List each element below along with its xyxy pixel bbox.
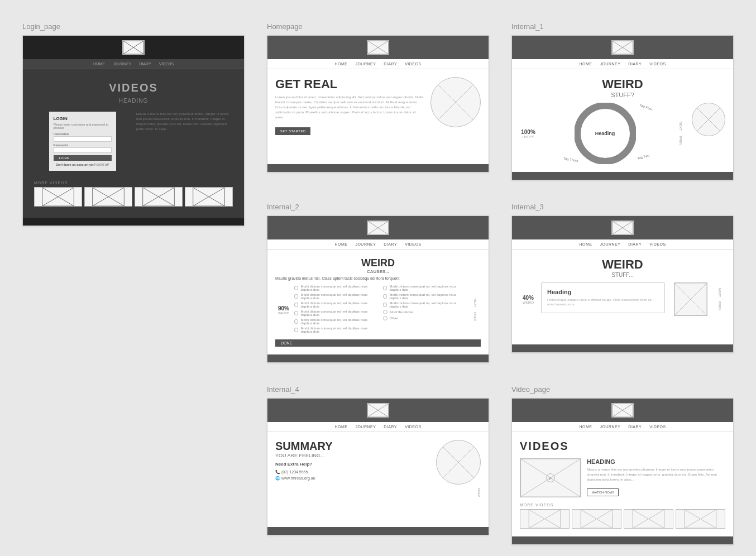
- internal2-done-button[interactable]: DONE: [275, 339, 481, 347]
- homepage-logo: [367, 40, 389, 55]
- internal2-next[interactable]: NEXT: [473, 299, 477, 308]
- nav-home[interactable]: HOME: [579, 242, 592, 246]
- nav-diary[interactable]: DIARY: [628, 242, 642, 246]
- nav-videos[interactable]: VIDEOS: [649, 62, 666, 66]
- option-radio[interactable]: [294, 311, 298, 315]
- internal1-subtitle: STUFF?: [520, 92, 725, 98]
- option-radio[interactable]: [294, 303, 298, 307]
- homepage-body: GET REAL Lorem ipsum dolor sit amet, con…: [267, 69, 489, 164]
- internal1-next[interactable]: NEXT: [679, 122, 682, 131]
- homepage-body-text: Lorem ipsum dolor sit amet, consectetur …: [275, 95, 425, 120]
- internal3-image: [674, 282, 707, 316]
- login-heading: HEADING: [28, 98, 238, 104]
- internal1-donut-center: Heading: [595, 131, 615, 136]
- option-radio[interactable]: [294, 294, 298, 299]
- username-input[interactable]: [54, 136, 112, 142]
- internal2-percent: 90%: [278, 305, 289, 311]
- option-radio[interactable]: [294, 319, 298, 324]
- nav-diary[interactable]: DIARY: [628, 62, 642, 66]
- internal4-section: Internal_4 HOME JOURNEY DIARY VIDEOS SUM…: [267, 385, 489, 545]
- internal3-form-text: Pellentesque congue nunc a efficitur feu…: [547, 298, 659, 307]
- internal3-prev[interactable]: PREV: [718, 301, 721, 310]
- nav-journey[interactable]: JOURNEY: [355, 242, 376, 246]
- empty-cell: [22, 385, 245, 545]
- nav-videos[interactable]: VIDEOS: [649, 242, 666, 246]
- nav-diary[interactable]: DIARY: [139, 62, 151, 66]
- login-video-thumb-3: [135, 187, 183, 207]
- option-radio[interactable]: [383, 286, 387, 290]
- internal2-prev[interactable]: PREV: [473, 312, 477, 321]
- login-video-thumb-1: [34, 187, 82, 207]
- nav-videos[interactable]: VIDEOS: [405, 425, 421, 429]
- nav-journey[interactable]: JOURNEY: [113, 62, 131, 66]
- internal4-phone: 📞 (07) 1234 5555: [275, 470, 430, 474]
- nav-diary[interactable]: DIARY: [384, 242, 397, 246]
- option-radio[interactable]: [294, 286, 298, 290]
- nav-videos[interactable]: VIDEOS: [405, 62, 421, 66]
- nav-diary[interactable]: DIARY: [384, 62, 397, 66]
- nav-videos[interactable]: VIDEOS: [649, 425, 666, 429]
- nav-journey[interactable]: JOURNEY: [600, 425, 620, 429]
- internal3-next[interactable]: NEXT: [718, 288, 721, 297]
- nav-diary[interactable]: DIARY: [628, 425, 642, 429]
- internal1-prev[interactable]: PREV: [679, 136, 682, 145]
- homepage-section: Homepage HOME JOURNEY DIARY VIDEOS GET R…: [267, 22, 489, 180]
- password-input[interactable]: [54, 147, 112, 153]
- internal3-form-heading: Heading: [547, 289, 659, 295]
- nav-videos[interactable]: VIDEOS: [159, 62, 174, 66]
- login-box-title: LOGIN: [54, 116, 112, 121]
- option-radio[interactable]: [383, 294, 387, 299]
- internal2-percent-label: WEIRD: [278, 311, 289, 315]
- video-main-thumb: ▶: [520, 458, 581, 497]
- video-heading: HEADING: [587, 458, 725, 465]
- nav-journey[interactable]: JOURNEY: [355, 62, 376, 66]
- internal3-label: Internal_3: [511, 203, 734, 211]
- nav-home[interactable]: HOME: [334, 242, 347, 246]
- login-more-videos: MORE VIDEOS: [28, 181, 238, 212]
- video-page-logo: [611, 403, 634, 418]
- internal4-website: 🌐 www.rthread.org.au: [275, 476, 430, 481]
- internal4-logo: [367, 403, 389, 418]
- signup-link[interactable]: SIGN UP: [97, 163, 109, 166]
- nav-videos[interactable]: VIDEOS: [405, 242, 421, 246]
- login-more-videos-label: MORE VIDEOS: [34, 181, 233, 185]
- internal1-body: WEIRD STUFF? 100% HAPPY: [512, 69, 733, 172]
- nav-journey[interactable]: JOURNEY: [355, 425, 376, 429]
- play-icon[interactable]: ▶: [546, 473, 555, 482]
- video-desc: Mauris a metus felis est non gravida pha…: [587, 467, 725, 482]
- login-page-footer: [23, 218, 244, 226]
- nav-home[interactable]: HOME: [334, 425, 347, 429]
- nav-journey[interactable]: JOURNEY: [600, 62, 620, 66]
- internal1-header: [512, 36, 733, 59]
- video-page-title: VIDEOS: [520, 440, 725, 453]
- video-page-label: Video_page: [511, 385, 734, 394]
- nav-home[interactable]: HOME: [93, 62, 105, 66]
- internal3-card: HOME JOURNEY DIARY VIDEOS WEIRD STUFF...…: [511, 215, 734, 353]
- internal1-nav: HOME JOURNEY DIARY VIDEOS: [512, 59, 733, 69]
- internal2-options-col2: Morbi dictum consequat mi, vel dapibus r…: [383, 285, 467, 335]
- video-page-header: [512, 399, 733, 422]
- video-thumb-1: [520, 509, 570, 529]
- login-side-text: Mauris a metus felis est non gravida pha…: [136, 112, 233, 132]
- internal4-prev[interactable]: PREV: [477, 488, 481, 497]
- internal2-subtitle: CAUSES...: [275, 269, 481, 274]
- internal3-percent-label: WEIRD: [523, 301, 534, 304]
- option-radio[interactable]: [294, 328, 298, 332]
- login-page-section: Login_page HOME JOURNEY DIARY VIDEOS VID…: [22, 22, 245, 363]
- option-radio-all[interactable]: [383, 310, 387, 314]
- internal3-section: Internal_3 HOME JOURNEY DIARY VIDEOS WEI…: [511, 203, 734, 363]
- homepage-cta-button[interactable]: GET STARTED: [275, 127, 310, 135]
- nav-journey[interactable]: JOURNEY: [600, 242, 620, 246]
- login-box-sub: Please enter username and password to pr…: [54, 123, 112, 130]
- option-radio-other[interactable]: [383, 316, 387, 320]
- login-button[interactable]: LOGIN: [54, 155, 112, 161]
- login-page-header: [23, 36, 244, 59]
- option-radio[interactable]: [383, 303, 387, 307]
- nav-home[interactable]: HOME: [579, 62, 592, 66]
- nav-home[interactable]: HOME: [579, 425, 592, 429]
- watch-now-button[interactable]: WATCH NOW!: [587, 488, 619, 496]
- login-box: LOGIN Please enter username and password…: [49, 112, 116, 171]
- internal2-options-col1: Morbi dictum consequat mi, vel dapibus r…: [294, 285, 379, 335]
- nav-diary[interactable]: DIARY: [384, 425, 397, 429]
- nav-home[interactable]: HOME: [334, 62, 347, 66]
